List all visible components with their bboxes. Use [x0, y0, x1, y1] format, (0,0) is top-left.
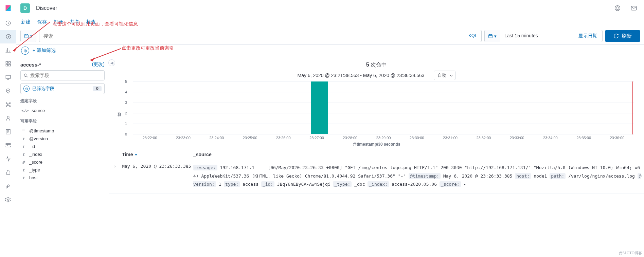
bar[interactable] [311, 81, 328, 134]
interval-dropdown[interactable]: 自动 [434, 71, 455, 80]
content: ◀ 5 次命中 May 6, 2020 @ 23:21:38.563 - May… [109, 58, 644, 257]
index-pattern-name: access-* [20, 62, 41, 68]
uptime-icon[interactable] [0, 152, 16, 166]
y-axis-label: 计数 [116, 81, 123, 148]
canvas-icon[interactable] [0, 71, 16, 84]
change-index-link[interactable]: (更改) [92, 61, 105, 68]
menu-save[interactable]: 保存 [37, 19, 47, 25]
kv-key: _type: [333, 181, 352, 187]
topbar: D Discover [16, 0, 644, 16]
menu-new[interactable]: 新建 [21, 19, 31, 25]
kv-key: @timestamp: [409, 173, 441, 179]
dashboard-icon[interactable] [0, 57, 16, 71]
field-type-icon: t [21, 152, 26, 157]
search-box: KQL [39, 30, 482, 42]
calendar-icon[interactable]: ▾ [485, 30, 500, 42]
ml-icon[interactable] [0, 98, 16, 111]
help-icon[interactable] [611, 2, 624, 14]
visualize-icon[interactable] [0, 43, 16, 57]
management-icon[interactable] [0, 193, 16, 206]
apm-icon[interactable] [0, 139, 16, 152]
field-name: _index [29, 152, 42, 157]
kv-value: _doc [352, 182, 368, 187]
svg-rect-19 [6, 146, 11, 147]
kv-key: _score: [440, 181, 461, 187]
save-query-icon[interactable]: ▾ [21, 30, 36, 42]
kql-toggle[interactable]: KQL [464, 30, 481, 42]
field-name: @version [29, 136, 48, 141]
table-header: Time▼ _source [109, 149, 644, 160]
kibana-logo[interactable] [0, 0, 16, 16]
kv-value: - [461, 182, 466, 187]
field-type-icon: t [21, 176, 26, 180]
field-item[interactable]: </>_source [20, 107, 105, 114]
kv-value: access [240, 182, 261, 187]
svg-rect-18 [6, 144, 11, 145]
search-input[interactable] [39, 30, 464, 42]
devtools-icon[interactable] [0, 179, 16, 193]
logs-icon[interactable] [0, 125, 16, 139]
page-title: Discover [36, 5, 57, 11]
field-item[interactable]: #_score [20, 158, 105, 166]
refresh-button[interactable]: 刷新 [605, 30, 640, 42]
svg-rect-6 [8, 61, 10, 63]
fields-sidebar: access-* (更改) ⊖已筛选字段 0 选定字段 </>_source 可… [16, 58, 109, 257]
menu-share[interactable]: 共享 [70, 19, 79, 25]
filter-options-icon[interactable]: ⊕ [21, 47, 29, 55]
selected-fields-count: 0 [93, 86, 102, 91]
field-name: _source [29, 108, 45, 113]
field-item[interactable]: thost [20, 174, 105, 182]
field-item[interactable]: @timestamp [20, 127, 105, 135]
saved-queries[interactable]: ▾ [20, 30, 36, 42]
svg-rect-24 [631, 6, 637, 10]
svg-rect-7 [6, 65, 7, 66]
menu-open[interactable]: 打开 [54, 19, 63, 25]
search-icon [23, 73, 28, 78]
field-search [20, 70, 105, 80]
time-picker: ▾ Last 15 minutes 显示日期 [484, 30, 603, 42]
newsfeed-icon[interactable] [628, 2, 640, 14]
svg-rect-27 [25, 34, 27, 35]
siem-icon[interactable] [0, 166, 16, 179]
section-selected: 选定字段 [20, 98, 105, 104]
menu-inspect[interactable]: 检查 [86, 19, 96, 25]
field-type-icon: t [21, 168, 26, 172]
col-time[interactable]: Time▼ [121, 149, 192, 160]
col-source[interactable]: _source [192, 149, 644, 160]
field-item[interactable]: t_type [20, 166, 105, 174]
query-row: ▾ KQL ▾ Last 15 minutes 显示日期 刷新 [16, 28, 644, 44]
svg-rect-9 [6, 75, 11, 78]
selected-fields-label: 已筛选字段 [32, 86, 54, 92]
plot-area[interactable]: 012345 [133, 81, 634, 134]
show-dates-button[interactable]: 显示日期 [574, 30, 602, 42]
kv-value: node1 [531, 173, 550, 179]
selected-fields-toggle[interactable]: ⊖已筛选字段 0 [20, 83, 105, 94]
discover-icon[interactable] [0, 30, 16, 43]
menubar: 新建 保存 打开 共享 检查 点击这个可以到此页面，查看可视化信息 [16, 16, 644, 28]
kv-value: 1 [216, 182, 224, 187]
field-name: _type [29, 167, 40, 172]
histogram: 计数 012345 23:22:0023:23:0023:24:0023:25:… [109, 80, 644, 148]
table-row: ›May 6, 2020 @ 23:26:33.385message: 192.… [109, 160, 644, 194]
hits: 5 次命中 [109, 58, 644, 69]
field-item[interactable]: t_id [20, 143, 105, 150]
maps-icon[interactable] [0, 84, 16, 98]
svg-point-10 [7, 90, 8, 91]
collapse-sidebar-icon[interactable]: ◀ [108, 59, 115, 66]
field-item[interactable]: t_index [20, 150, 105, 158]
metrics-icon[interactable] [0, 111, 16, 125]
svg-point-13 [9, 103, 10, 104]
add-filter-button[interactable]: + 添加筛选 [33, 48, 56, 54]
recent-icon[interactable] [0, 16, 16, 30]
field-type-icon: # [21, 160, 26, 165]
kv-value: JBqY6nEByCA-Aw4Sejqi [274, 182, 333, 187]
kv-key: _id: [261, 181, 274, 187]
space-badge[interactable]: D [20, 3, 30, 13]
field-search-input[interactable] [30, 73, 102, 78]
expand-row-icon[interactable]: › [109, 160, 121, 194]
time-range-value[interactable]: Last 15 minutes [500, 30, 574, 42]
svg-point-22 [615, 5, 620, 11]
filter-row: ⊕ + 添加筛选 点击更改可更改当前索引 [16, 44, 644, 58]
field-item[interactable]: t@version [20, 135, 105, 143]
svg-point-12 [6, 103, 7, 104]
